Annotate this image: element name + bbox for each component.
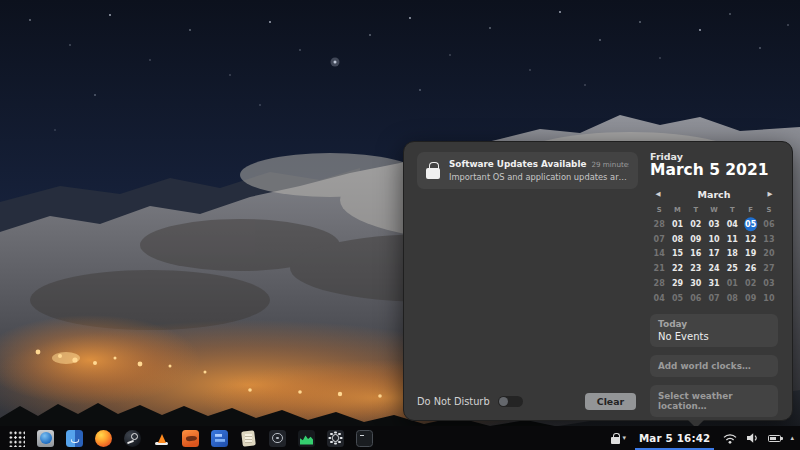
system-monitor-icon [298, 430, 315, 447]
calendar-day[interactable]: 18 [723, 246, 741, 261]
calendar-day[interactable]: 02 [741, 276, 759, 291]
calendar-day[interactable]: 31 [705, 276, 723, 291]
calendar-day[interactable]: 07 [650, 232, 668, 247]
taskbar-app-menu[interactable] [8, 430, 25, 447]
taskbar-app-steam[interactable] [124, 430, 141, 447]
add-world-clocks-button[interactable]: Add world clocks… [650, 355, 778, 377]
notes-app-icon [240, 430, 257, 447]
calendar-day[interactable]: 03 [705, 217, 723, 232]
calendar-day[interactable]: 30 [687, 276, 705, 291]
calendar-day[interactable]: 04 [723, 217, 741, 232]
calendar-day[interactable]: 01 [723, 276, 741, 291]
file-manager-icon [66, 430, 83, 447]
do-not-disturb-toggle[interactable] [498, 396, 523, 407]
prev-month-icon[interactable]: ◀ [652, 190, 664, 198]
calendar-day[interactable]: 09 [741, 291, 759, 306]
calendar-day[interactable]: 07 [705, 291, 723, 306]
calendar-day[interactable]: 06 [687, 291, 705, 306]
day-header: W [705, 204, 723, 217]
steam-icon [124, 430, 141, 447]
day-header: S [650, 204, 668, 217]
do-not-disturb-label: Do Not Disturb [417, 396, 490, 407]
calendar-popup: Software Updates Available 29 minutes ag… [403, 141, 793, 421]
calendar-day[interactable]: 19 [741, 246, 759, 261]
calendar-date-title: March 5 2021 [650, 162, 778, 180]
calendar-day[interactable]: 13 [760, 232, 778, 247]
chevron-up-icon: ▴ [790, 435, 794, 442]
taskbar-app-notes[interactable] [240, 430, 257, 447]
calendar-day[interactable]: 23 [687, 261, 705, 276]
calendar-day[interactable]: 05 [668, 291, 686, 306]
calendar-day[interactable]: 08 [668, 232, 686, 247]
calendar-day[interactable]: 22 [668, 261, 686, 276]
notification-column: Software Updates Available 29 minutes ag… [404, 142, 646, 420]
calendar-day[interactable]: 21 [650, 261, 668, 276]
calendar-day[interactable]: 06 [760, 217, 778, 232]
day-header: M [668, 204, 686, 217]
calendar-day[interactable]: 26 [741, 261, 759, 276]
tray-expand-item[interactable]: ▴ [790, 426, 794, 450]
calendar-day[interactable]: 24 [705, 261, 723, 276]
notification-body: Important OS and application updates are… [449, 172, 629, 182]
volume-tray-item[interactable] [746, 426, 759, 450]
chevron-down-icon: ▾ [622, 435, 626, 442]
calendar-day[interactable]: 01 [668, 217, 686, 232]
calendar-day[interactable]: 25 [723, 261, 741, 276]
taskbar-app-firefox[interactable] [95, 430, 112, 447]
month-label: March [664, 189, 764, 200]
app-grid-icon [8, 430, 25, 447]
calendar-day[interactable]: 09 [687, 232, 705, 247]
taskbar-app-system-monitor[interactable] [298, 430, 315, 447]
clear-button[interactable]: Clear [585, 393, 636, 410]
calendar-column: Friday March 5 2021 ◀ March ▶ S M T W T … [646, 142, 792, 420]
camera-icon [37, 430, 54, 447]
taskbar-app-vlc[interactable] [153, 430, 170, 447]
select-weather-location-button[interactable]: Select weather location… [650, 385, 778, 417]
calendar-day[interactable]: 27 [760, 261, 778, 276]
speaker-icon [746, 432, 759, 444]
no-events-text: No Events [658, 331, 770, 342]
calendar-day[interactable]: 03 [760, 276, 778, 291]
calendar-day[interactable]: 04 [650, 291, 668, 306]
settings-gear-icon [327, 430, 344, 447]
taskbar-app-blue-panels[interactable] [211, 430, 228, 447]
calendar-day[interactable]: 16 [687, 246, 705, 261]
wifi-icon [723, 433, 737, 444]
calendar-day[interactable]: 10 [760, 291, 778, 306]
clock-button[interactable]: Mar 5 16:42 [635, 426, 715, 450]
taskbar-app-terminal[interactable] [356, 430, 373, 447]
calendar-day[interactable]: 17 [705, 246, 723, 261]
calendar-day[interactable]: 11 [723, 232, 741, 247]
taskbar-app-orange[interactable] [182, 430, 199, 447]
taskbar-app-camera[interactable] [37, 430, 54, 447]
updates-tray-item[interactable]: ▾ [611, 426, 626, 450]
day-header: T [723, 204, 741, 217]
calendar-day[interactable]: 15 [668, 246, 686, 261]
calendar-day[interactable]: 12 [741, 232, 759, 247]
calendar-day[interactable]: 28 [650, 217, 668, 232]
calendar-day[interactable]: 14 [650, 246, 668, 261]
battery-tray-item[interactable] [768, 426, 781, 450]
orange-app-icon [182, 430, 199, 447]
calendar-day[interactable]: 28 [650, 276, 668, 291]
taskbar-app-disc[interactable] [269, 430, 286, 447]
next-month-icon[interactable]: ▶ [764, 190, 776, 198]
today-events-section[interactable]: Today No Events [650, 314, 778, 347]
notification-text: Software Updates Available 29 minutes ag… [449, 159, 629, 182]
clock-text: Mar 5 16:42 [639, 432, 711, 444]
notification-card[interactable]: Software Updates Available 29 minutes ag… [417, 152, 638, 189]
calendar-day[interactable]: 02 [687, 217, 705, 232]
desktop-screen: Software Updates Available 29 minutes ag… [0, 0, 800, 450]
calendar-day-selected[interactable]: 05 [741, 217, 759, 232]
calendar-day[interactable]: 10 [705, 232, 723, 247]
today-label: Today [658, 319, 770, 329]
system-tray: ▾ Mar 5 16:42 [611, 426, 794, 450]
day-header: F [741, 204, 759, 217]
taskbar-app-settings[interactable] [327, 430, 344, 447]
terminal-icon [356, 430, 373, 447]
taskbar-app-file-manager[interactable] [66, 430, 83, 447]
wifi-tray-item[interactable] [723, 426, 737, 450]
calendar-day[interactable]: 08 [723, 291, 741, 306]
calendar-day[interactable]: 20 [760, 246, 778, 261]
calendar-day[interactable]: 29 [668, 276, 686, 291]
